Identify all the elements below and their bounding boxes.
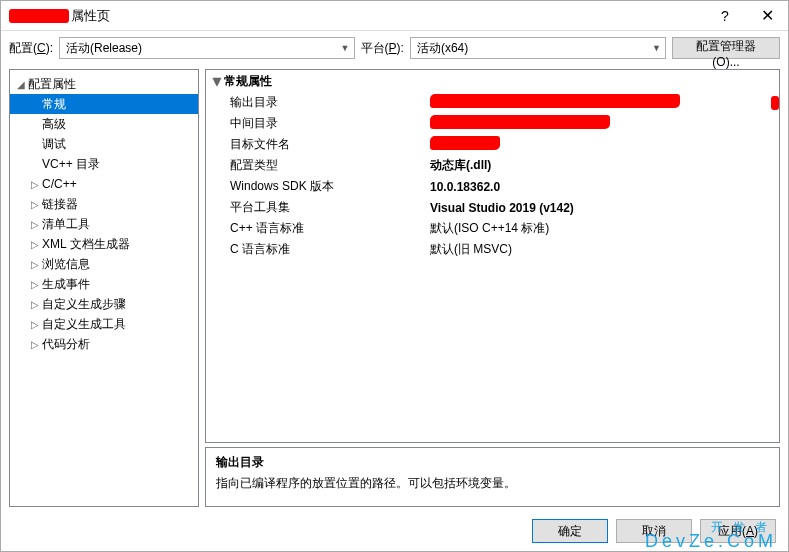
tree-item-label: 浏览信息	[42, 256, 90, 273]
cancel-button[interactable]: 取消	[616, 519, 692, 543]
platform-combo[interactable]: 活动(x64) ▼	[410, 37, 666, 59]
tree-item-label: 清单工具	[42, 216, 90, 233]
config-toolbar: 配置(C): 活动(Release) ▼ 平台(P): 活动(x64) ▼ 配置…	[1, 31, 788, 65]
property-label: 中间目录	[230, 115, 430, 132]
tree-item-label: XML 文档生成器	[42, 236, 130, 253]
property-row[interactable]: C++ 语言标准默认(ISO C++14 标准)	[206, 218, 779, 239]
expand-icon[interactable]: ▷	[28, 339, 42, 350]
tree-root[interactable]: ◢ 配置属性	[10, 74, 198, 94]
dialog-buttons: 确定 取消 应用(A)	[1, 511, 788, 551]
expand-icon[interactable]: ▷	[28, 259, 42, 270]
expand-icon[interactable]: ▷	[28, 219, 42, 230]
title-suffix: 属性页	[71, 7, 704, 25]
platform-label: 平台(P):	[361, 40, 404, 57]
right-pane: ⯆ 常规属性 输出目录中间目录目标文件名配置类型动态库(.dll)Windows…	[205, 69, 780, 507]
close-button[interactable]: ✕	[746, 1, 788, 31]
tree-item-label: 代码分析	[42, 336, 90, 353]
expand-icon[interactable]: ▷	[28, 179, 42, 190]
property-value[interactable]: 10.0.18362.0	[430, 180, 779, 194]
tree-item[interactable]: ▷自定义生成工具	[10, 314, 198, 334]
property-value[interactable]	[430, 115, 779, 132]
main-area: ◢ 配置属性 常规高级调试VC++ 目录▷C/C++▷链接器▷清单工具▷XML …	[1, 65, 788, 511]
tree-item-label: 生成事件	[42, 276, 90, 293]
collapse-icon[interactable]: ◢	[14, 79, 28, 90]
property-row[interactable]: 配置类型动态库(.dll)	[206, 155, 779, 176]
tree-item[interactable]: 常规	[10, 94, 198, 114]
property-value[interactable]: 默认(旧 MSVC)	[430, 241, 779, 258]
description-panel: 输出目录 指向已编译程序的放置位置的路径。可以包括环境变量。	[205, 447, 780, 507]
property-pages-dialog: 属性页 ? ✕ 配置(C): 活动(Release) ▼ 平台(P): 活动(x…	[0, 0, 789, 552]
property-label: C++ 语言标准	[230, 220, 430, 237]
tree-root-label: 配置属性	[28, 76, 76, 93]
chevron-down-icon: ▼	[341, 43, 350, 53]
property-value[interactable]	[430, 136, 779, 153]
apply-button[interactable]: 应用(A)	[700, 519, 776, 543]
property-row[interactable]: 平台工具集Visual Studio 2019 (v142)	[206, 197, 779, 218]
property-value[interactable]: Visual Studio 2019 (v142)	[430, 201, 779, 215]
configuration-combo[interactable]: 活动(Release) ▼	[59, 37, 355, 59]
property-label: 输出目录	[230, 94, 430, 111]
section-title: 常规属性	[224, 73, 272, 90]
property-row[interactable]: Windows SDK 版本10.0.18362.0	[206, 176, 779, 197]
tree-item[interactable]: ▷清单工具	[10, 214, 198, 234]
tree-item[interactable]: ▷生成事件	[10, 274, 198, 294]
collapse-icon[interactable]: ⯆	[210, 76, 224, 87]
expand-icon[interactable]: ▷	[28, 279, 42, 290]
redacted-value	[430, 136, 500, 150]
help-button[interactable]: ?	[704, 1, 746, 31]
property-label: Windows SDK 版本	[230, 178, 430, 195]
property-grid[interactable]: ⯆ 常规属性 输出目录中间目录目标文件名配置类型动态库(.dll)Windows…	[205, 69, 780, 443]
property-label: 目标文件名	[230, 136, 430, 153]
section-header[interactable]: ⯆ 常规属性	[206, 70, 779, 92]
property-row[interactable]: 输出目录	[206, 92, 779, 113]
platform-value: 活动(x64)	[417, 40, 468, 57]
property-value[interactable]: 动态库(.dll)	[430, 157, 779, 174]
tree-item[interactable]: ▷自定义生成步骤	[10, 294, 198, 314]
property-row[interactable]: C 语言标准默认(旧 MSVC)	[206, 239, 779, 260]
expand-icon[interactable]: ▷	[28, 239, 42, 250]
expand-icon[interactable]: ▷	[28, 319, 42, 330]
property-label: C 语言标准	[230, 241, 430, 258]
property-row[interactable]: 目标文件名	[206, 134, 779, 155]
config-manager-button[interactable]: 配置管理器(O)...	[672, 37, 780, 59]
property-row[interactable]: 中间目录	[206, 113, 779, 134]
tree-item-label: 自定义生成工具	[42, 316, 126, 333]
redacted-project-name	[9, 9, 69, 23]
titlebar: 属性页 ? ✕	[1, 1, 788, 31]
tree-item[interactable]: ▷代码分析	[10, 334, 198, 354]
tree-item[interactable]: VC++ 目录	[10, 154, 198, 174]
redacted-tail	[771, 96, 779, 110]
configuration-value: 活动(Release)	[66, 40, 142, 57]
redacted-value	[430, 94, 680, 108]
expand-icon[interactable]: ▷	[28, 199, 42, 210]
property-label: 配置类型	[230, 157, 430, 174]
tree-item-label: 链接器	[42, 196, 78, 213]
redacted-value	[430, 115, 610, 129]
category-tree[interactable]: ◢ 配置属性 常规高级调试VC++ 目录▷C/C++▷链接器▷清单工具▷XML …	[9, 69, 199, 507]
tree-item-label: 自定义生成步骤	[42, 296, 126, 313]
tree-item[interactable]: 高级	[10, 114, 198, 134]
property-value[interactable]: 默认(ISO C++14 标准)	[430, 220, 779, 237]
property-label: 平台工具集	[230, 199, 430, 216]
description-text: 指向已编译程序的放置位置的路径。可以包括环境变量。	[216, 475, 769, 492]
expand-icon[interactable]: ▷	[28, 299, 42, 310]
chevron-down-icon: ▼	[652, 43, 661, 53]
tree-item[interactable]: ▷XML 文档生成器	[10, 234, 198, 254]
tree-item[interactable]: ▷C/C++	[10, 174, 198, 194]
config-label: 配置(C):	[9, 40, 53, 57]
ok-button[interactable]: 确定	[532, 519, 608, 543]
tree-item[interactable]: ▷浏览信息	[10, 254, 198, 274]
tree-item[interactable]: ▷链接器	[10, 194, 198, 214]
tree-item[interactable]: 调试	[10, 134, 198, 154]
tree-item-label: C/C++	[42, 177, 77, 191]
property-value[interactable]	[430, 94, 779, 111]
description-title: 输出目录	[216, 454, 769, 471]
